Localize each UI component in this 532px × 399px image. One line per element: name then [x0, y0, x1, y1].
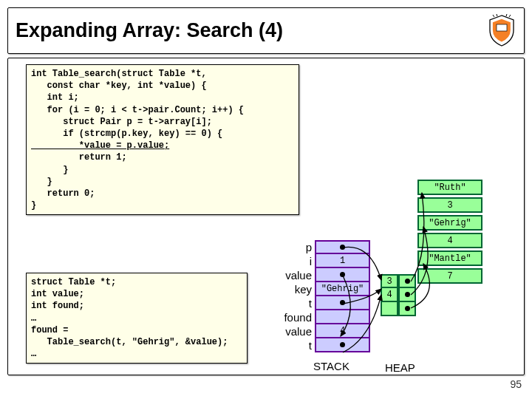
pointer-dot [340, 245, 345, 250]
code-box-search: int Table_search(struct Table *t, const … [26, 64, 299, 215]
stack-cell: 4 [315, 324, 370, 338]
stack-cell [315, 296, 370, 310]
heap-table-cell [381, 302, 398, 316]
stack-caption: STACK [293, 360, 370, 372]
heap-table-cell [398, 288, 416, 302]
heap-caption: HEAP [385, 361, 415, 374]
code-text-2: struct Table *t; int value; int found; …… [31, 277, 228, 359]
title-box: Expanding Array: Search (4) [7, 7, 525, 54]
pointer-dot [405, 279, 410, 284]
stack-label: t [275, 339, 312, 352]
pointer-dot [340, 342, 345, 347]
pointer-dot [405, 306, 410, 311]
pointer-dot [340, 272, 345, 277]
page-number: 95 [510, 378, 522, 390]
stack-cell [315, 338, 370, 352]
stack-label: i [275, 255, 312, 267]
pointer-dot [405, 292, 410, 297]
heap-cell: "Ruth" [417, 180, 482, 195]
pointer-dot [340, 300, 345, 305]
heap-table-cell: 4 [381, 288, 398, 302]
stack-label: found [275, 311, 312, 324]
stack-cell [315, 268, 370, 282]
heap-cell: "Gehrig" [417, 215, 482, 231]
stack-label: t [275, 297, 312, 310]
stack-label: value [275, 269, 312, 282]
heap-strings: "Ruth" 3 "Gehrig" 4 "Mantle" 7 [417, 180, 495, 286]
code-highlight: *value = p.value; [31, 140, 169, 151]
stack-label: value [275, 325, 312, 338]
code-text-after: return 1; } } return 0; } [31, 152, 127, 211]
heap-cell: 3 [417, 197, 482, 213]
heap-cell: "Mantle" [417, 250, 482, 266]
heap-cell: 7 [417, 268, 482, 284]
heap-table: 3 4 [381, 274, 416, 316]
stack-cell [315, 310, 370, 324]
code-box-caller: struct Table *t; int value; int found; …… [26, 273, 248, 364]
stack-cell: 1 [315, 254, 370, 268]
stack-label: key [275, 283, 312, 296]
code-text: int Table_search(struct Table *t, const … [31, 69, 244, 139]
stack-cell: "Gehrig" [315, 282, 370, 296]
svg-rect-0 [497, 24, 507, 31]
slide-title: Expanding Array: Search (4) [16, 19, 283, 42]
stack-label: p [275, 241, 312, 253]
crest-icon [487, 14, 516, 47]
heap-cell: 4 [417, 233, 482, 248]
heap-table-cell [398, 302, 416, 316]
stack-diagram: p i1 value key"Gehrig" t found value4 t … [252, 240, 370, 372]
stack-cell [315, 240, 370, 254]
heap-table-cell [398, 274, 416, 288]
heap-table-cell: 3 [381, 274, 398, 288]
content-area: int Table_search(struct Table *t, const … [7, 58, 525, 375]
